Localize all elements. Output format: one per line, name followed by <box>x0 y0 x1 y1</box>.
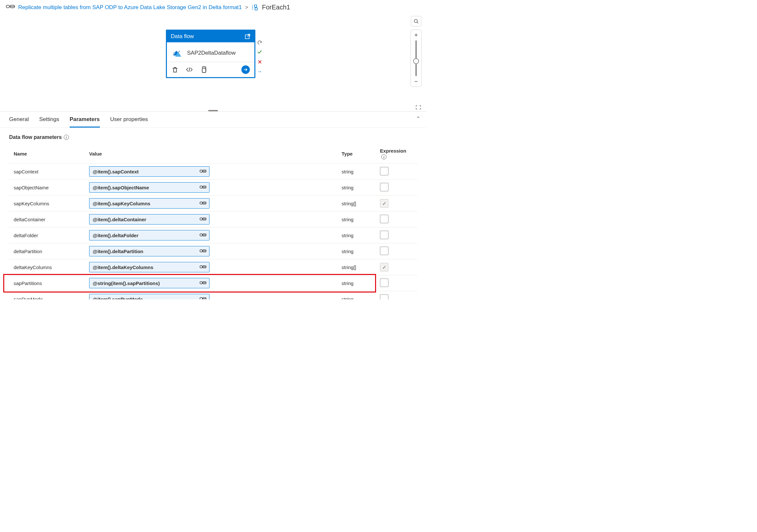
param-value-cell: @item().deltaPartition <box>85 243 337 259</box>
breadcrumb-root-link[interactable]: Replicate multiple tables from SAP ODP t… <box>18 4 242 11</box>
param-value-input[interactable]: @item().deltaContainer <box>89 214 209 225</box>
properties-tabs: General Settings Parameters User propert… <box>0 111 426 128</box>
skip-handle-icon[interactable] <box>257 39 262 45</box>
param-value-cell: @item().sapKeyColumns <box>85 196 337 211</box>
tab-parameters[interactable]: Parameters <box>70 116 100 128</box>
param-value-input[interactable]: @item().deltaPartition <box>89 246 209 256</box>
parameters-table: Name Value Type Expression i sapContext@… <box>9 145 418 299</box>
foreach-icon <box>252 5 258 11</box>
param-type: string <box>337 275 376 291</box>
param-value-input[interactable]: @item().sapRunMode <box>89 294 209 299</box>
zoom-out-button[interactable]: − <box>413 78 419 85</box>
param-name: sapRunMode <box>9 291 85 300</box>
expression-checkbox[interactable] <box>380 183 388 191</box>
activity-footer <box>167 62 255 77</box>
param-expression-cell <box>376 180 418 196</box>
param-value-cell: @item().deltaContainer <box>85 211 337 228</box>
param-value-input[interactable]: @item().sapContext <box>89 166 209 177</box>
completion-handle-icon[interactable]: → <box>257 69 262 75</box>
expression-checkbox[interactable] <box>380 231 388 239</box>
param-value-text: @item().sapContext <box>93 169 138 174</box>
param-expression-cell <box>376 211 418 228</box>
col-header-value: Value <box>85 145 337 164</box>
expression-builder-icon[interactable] <box>199 201 207 206</box>
param-expression-cell <box>376 275 418 291</box>
expression-builder-icon[interactable] <box>199 233 207 238</box>
table-row: sapContext@item().sapContextstring <box>9 164 418 180</box>
col-header-name: Name <box>9 145 85 164</box>
expression-builder-icon[interactable] <box>199 280 207 286</box>
param-name: sapContext <box>9 164 85 180</box>
fit-to-screen-button[interactable] <box>415 106 422 110</box>
expression-builder-icon[interactable] <box>199 169 207 174</box>
param-value-cell: @item().sapRunMode <box>85 291 337 300</box>
zoom-slider[interactable] <box>415 40 417 76</box>
param-expression-cell <box>376 228 418 243</box>
open-external-icon[interactable] <box>245 34 251 39</box>
col-header-type: Type <box>337 145 376 164</box>
tab-general[interactable]: General <box>9 116 29 128</box>
param-value-cell: @item().sapObjectName <box>85 180 337 196</box>
copy-button[interactable] <box>200 66 207 73</box>
param-value-text: @item().sapRunMode <box>93 297 143 300</box>
param-name: sapPartitions <box>9 275 85 291</box>
expression-checkbox[interactable] <box>380 167 388 175</box>
collapse-panel-button[interactable]: ⌃ <box>416 115 420 122</box>
param-type: string <box>337 291 376 300</box>
param-value-input[interactable]: @item().deltaKeyColumns <box>89 262 209 272</box>
param-value-text: @item().deltaPartition <box>93 249 143 254</box>
expression-checkbox[interactable] <box>380 278 388 287</box>
param-value-cell: @item().deltaFolder <box>85 228 337 243</box>
table-row: sapKeyColumns@item().sapKeyColumnsstring… <box>9 196 418 211</box>
expression-checkbox[interactable] <box>380 295 388 300</box>
table-row: sapRunMode@item().sapRunModestring <box>9 291 418 300</box>
failure-handle-icon[interactable]: ✕ <box>257 59 262 65</box>
param-type: string[] <box>337 259 376 275</box>
zoom-in-button[interactable]: + <box>413 32 419 38</box>
zoom-control: + − <box>410 30 422 87</box>
panel-resize-handle[interactable] <box>208 110 218 111</box>
table-row: deltaFolder@item().deltaFolderstring <box>9 228 418 243</box>
info-icon[interactable]: i <box>64 135 69 140</box>
param-expression-cell <box>376 164 418 180</box>
pipeline-icon <box>6 3 15 12</box>
table-row: sapObjectName@item().sapObjectNamestring <box>9 180 418 196</box>
activity-header: Data flow <box>167 31 255 42</box>
dataflow-icon <box>171 47 183 59</box>
pipeline-canvas[interactable]: Data flow SAP2DeltaDataflow <box>0 14 426 111</box>
param-value-input[interactable]: @item().deltaFolder <box>89 230 209 240</box>
expression-checkbox[interactable] <box>380 215 388 223</box>
success-handle-icon[interactable] <box>257 49 262 55</box>
parameters-section: Data flow parameters i Name Value Type E… <box>0 128 426 299</box>
zoom-thumb[interactable] <box>413 58 419 64</box>
tab-settings[interactable]: Settings <box>39 116 59 128</box>
expression-checkbox[interactable] <box>380 263 388 271</box>
breadcrumb-separator: > <box>245 4 248 11</box>
activity-dataflow[interactable]: Data flow SAP2DeltaDataflow <box>166 30 256 78</box>
param-value-text: @string(item().sapPartitions) <box>93 280 160 286</box>
expression-checkbox[interactable] <box>380 199 388 207</box>
info-icon[interactable]: i <box>381 154 386 159</box>
activity-connector-handles: ✕ → <box>257 39 262 75</box>
param-value-input[interactable]: @item().sapKeyColumns <box>89 198 209 208</box>
param-value-input[interactable]: @string(item().sapPartitions) <box>89 278 209 288</box>
param-value-cell: @item().deltaKeyColumns <box>85 259 337 275</box>
section-heading: Data flow parameters i <box>9 134 418 140</box>
code-button[interactable] <box>186 66 193 73</box>
expression-builder-icon[interactable] <box>199 217 207 222</box>
tab-user-properties[interactable]: User properties <box>110 116 148 128</box>
expression-builder-icon[interactable] <box>199 297 207 299</box>
section-heading-text: Data flow parameters <box>9 134 62 140</box>
col-header-expression: Expression i <box>376 145 418 164</box>
expression-checkbox[interactable] <box>380 247 388 255</box>
search-button[interactable] <box>411 16 421 26</box>
run-button[interactable] <box>241 65 250 74</box>
expression-builder-icon[interactable] <box>199 265 207 270</box>
delete-button[interactable] <box>171 66 179 73</box>
expression-builder-icon[interactable] <box>199 249 207 254</box>
param-value-text: @item().deltaFolder <box>93 233 138 238</box>
param-value-input[interactable]: @item().sapObjectName <box>89 182 209 193</box>
param-type: string <box>337 228 376 243</box>
param-name: sapObjectName <box>9 180 85 196</box>
expression-builder-icon[interactable] <box>199 185 207 190</box>
